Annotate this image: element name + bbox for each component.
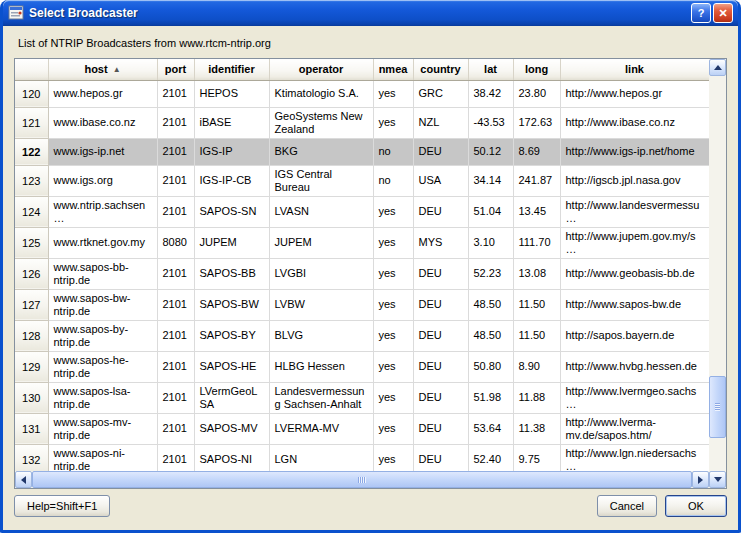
row-number-cell[interactable]: 122	[15, 138, 48, 165]
cell-operator[interactable]: LVASN	[269, 196, 373, 227]
cell-port[interactable]: 2101	[157, 80, 194, 107]
cell-port[interactable]: 2101	[157, 413, 194, 444]
cell-host[interactable]: www.sapos-he-ntrip.de	[48, 351, 157, 382]
cell-link[interactable]: http://www.igs-ip.net/home	[560, 138, 709, 165]
column-header-link[interactable]: link	[560, 59, 709, 80]
cell-nmea[interactable]: yes	[373, 80, 413, 107]
cell-lat[interactable]: 38.42	[468, 80, 513, 107]
column-header-host[interactable]: host▲	[48, 59, 157, 80]
table-row[interactable]: 128www.sapos-by-ntrip.de2101SAPOS-BYBLVG…	[15, 320, 709, 351]
cell-link[interactable]: http://www.geobasis-bb.de	[560, 258, 709, 289]
cell-long[interactable]: 11.50	[513, 289, 560, 320]
cell-long[interactable]: 111.70	[513, 227, 560, 258]
cell-identifier[interactable]: SAPOS-BW	[194, 289, 269, 320]
cell-operator[interactable]: GeoSystems New Zealand	[269, 107, 373, 138]
cell-nmea[interactable]: yes	[373, 258, 413, 289]
cell-identifier[interactable]: SAPOS-MV	[194, 413, 269, 444]
cell-nmea[interactable]: yes	[373, 320, 413, 351]
cell-link[interactable]: http://www.sapos-bw.de	[560, 289, 709, 320]
cell-long[interactable]: 8.90	[513, 351, 560, 382]
titlebar-help-button[interactable]: ?	[691, 3, 711, 23]
cell-host[interactable]: www.sapos-mv-ntrip.de	[48, 413, 157, 444]
cell-link[interactable]: http://igscb.jpl.nasa.gov	[560, 165, 709, 196]
cell-nmea[interactable]: yes	[373, 351, 413, 382]
cell-identifier[interactable]: SAPOS-BY	[194, 320, 269, 351]
cell-country[interactable]: USA	[413, 165, 468, 196]
cell-lat[interactable]: 50.80	[468, 351, 513, 382]
cell-lat[interactable]: 3.10	[468, 227, 513, 258]
table-row[interactable]: 120www.hepos.gr2101HEPOSKtimatologio S.A…	[15, 80, 709, 107]
cell-port[interactable]: 2101	[157, 107, 194, 138]
cell-nmea[interactable]: no	[373, 138, 413, 165]
row-number-cell[interactable]: 123	[15, 165, 48, 196]
vertical-scrollbar[interactable]	[709, 59, 726, 488]
scroll-right-button[interactable]	[692, 471, 709, 488]
cell-country[interactable]: DEU	[413, 320, 468, 351]
table-row[interactable]: 125www.rtknet.gov.my8080JUPEMJUPEMyesMYS…	[15, 227, 709, 258]
cell-long[interactable]: 23.80	[513, 80, 560, 107]
row-number-cell[interactable]: 127	[15, 289, 48, 320]
cell-operator[interactable]: LVERMA-MV	[269, 413, 373, 444]
column-header-lat[interactable]: lat	[468, 59, 513, 80]
cell-operator[interactable]: IGS Central Bureau	[269, 165, 373, 196]
cell-identifier[interactable]: SAPOS-HE	[194, 351, 269, 382]
help-button[interactable]: Help=Shift+F1	[14, 495, 110, 517]
column-header-operator[interactable]: operator	[269, 59, 373, 80]
cell-link[interactable]: http://www.lvermgeo.sachs…	[560, 382, 709, 413]
title-bar[interactable]: Select Broadcaster ? ✕	[3, 0, 738, 26]
column-header-nmea[interactable]: nmea	[373, 59, 413, 80]
cell-operator[interactable]: HLBG Hessen	[269, 351, 373, 382]
horizontal-scrollbar-thumb[interactable]	[32, 471, 692, 488]
cell-country[interactable]: NZL	[413, 107, 468, 138]
scroll-down-button[interactable]	[709, 471, 726, 488]
cell-host[interactable]: www.hepos.gr	[48, 80, 157, 107]
cell-nmea[interactable]: yes	[373, 413, 413, 444]
cell-lat[interactable]: 48.50	[468, 289, 513, 320]
table-row[interactable]: 124www.ntrip.sachsen…2101SAPOS-SNLVASNye…	[15, 196, 709, 227]
cell-country[interactable]: DEU	[413, 258, 468, 289]
cell-host[interactable]: www.sapos-bw-ntrip.de	[48, 289, 157, 320]
scroll-left-button[interactable]	[15, 471, 32, 488]
cell-host[interactable]: www.ibase.co.nz	[48, 107, 157, 138]
cell-operator[interactable]: Ktimatologio S.A.	[269, 80, 373, 107]
column-header-port[interactable]: port	[157, 59, 194, 80]
column-header-identifier[interactable]: identifier	[194, 59, 269, 80]
cell-port[interactable]: 2101	[157, 351, 194, 382]
cell-country[interactable]: DEU	[413, 351, 468, 382]
cell-operator[interactable]: Landesvermessung Sachsen-Anhalt	[269, 382, 373, 413]
cell-identifier[interactable]: IGS-IP-CB	[194, 165, 269, 196]
scroll-up-button[interactable]	[709, 59, 726, 76]
cell-link[interactable]: http://www.hvbg.hessen.de	[560, 351, 709, 382]
table-row[interactable]: 131www.sapos-mv-ntrip.de2101SAPOS-MVLVER…	[15, 413, 709, 444]
row-number-cell[interactable]: 121	[15, 107, 48, 138]
row-number-cell[interactable]: 126	[15, 258, 48, 289]
table-row[interactable]: 126www.sapos-bb-ntrip.de2101SAPOS-BBLVGB…	[15, 258, 709, 289]
cell-host[interactable]: www.igs.org	[48, 165, 157, 196]
cell-long[interactable]: 8.69	[513, 138, 560, 165]
cell-operator[interactable]: LVBW	[269, 289, 373, 320]
row-number-cell[interactable]: 128	[15, 320, 48, 351]
cell-nmea[interactable]: yes	[373, 227, 413, 258]
cell-lat[interactable]: -43.53	[468, 107, 513, 138]
cell-host[interactable]: www.igs-ip.net	[48, 138, 157, 165]
cell-lat[interactable]: 50.12	[468, 138, 513, 165]
cell-country[interactable]: DEU	[413, 382, 468, 413]
cell-operator[interactable]: LVGBI	[269, 258, 373, 289]
cell-identifier[interactable]: HEPOS	[194, 80, 269, 107]
cell-operator[interactable]: BKG	[269, 138, 373, 165]
column-header-rownum[interactable]	[15, 59, 48, 80]
cell-lat[interactable]: 52.23	[468, 258, 513, 289]
cell-identifier[interactable]: LVermGeoLSA	[194, 382, 269, 413]
column-header-country[interactable]: country	[413, 59, 468, 80]
cell-long[interactable]: 13.45	[513, 196, 560, 227]
cell-host[interactable]: www.sapos-lsa-ntrip.de	[48, 382, 157, 413]
horizontal-scrollbar[interactable]	[15, 471, 709, 488]
vertical-scrollbar-thumb[interactable]	[709, 376, 726, 438]
row-number-cell[interactable]: 124	[15, 196, 48, 227]
cell-identifier[interactable]: IGS-IP	[194, 138, 269, 165]
cell-country[interactable]: DEU	[413, 196, 468, 227]
cell-lat[interactable]: 34.14	[468, 165, 513, 196]
row-number-cell[interactable]: 120	[15, 80, 48, 107]
cell-host[interactable]: www.rtknet.gov.my	[48, 227, 157, 258]
cell-port[interactable]: 2101	[157, 196, 194, 227]
